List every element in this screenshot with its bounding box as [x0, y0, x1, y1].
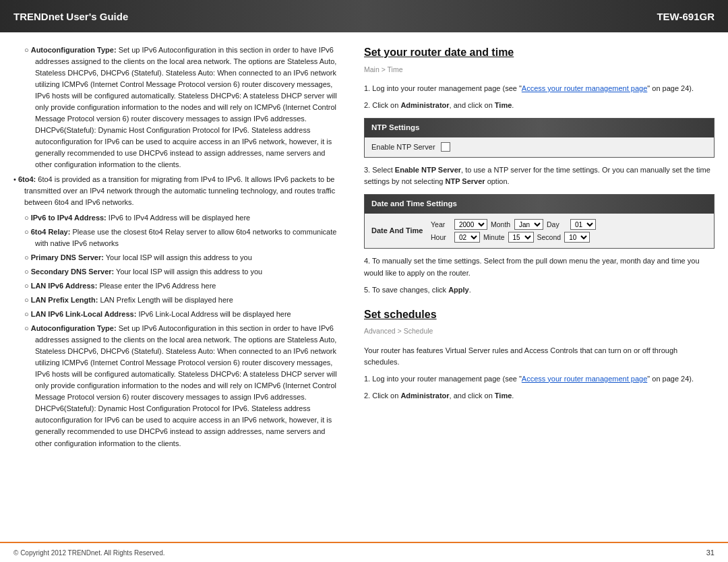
ntp-enable-checkbox[interactable]	[441, 142, 450, 152]
bullet-text: Set up IPv6 Autoconfiguration in this se…	[35, 46, 337, 168]
step2-schedules: 2. Click on Administrator, and click on …	[364, 390, 715, 402]
dt-fields: Year 2000 Month Jan Day 01	[431, 219, 596, 243]
bullet-label: Autoconfiguration Type:	[31, 46, 117, 54]
step3-datetime: 3. Select Enable NTP Server, to use a NT…	[364, 164, 715, 187]
bullet-autoconfiguration-type-2: ○ Autoconfiguration Type: Set up IPv6 Au…	[24, 323, 344, 449]
step1-datetime: 1. Log into your router management page …	[364, 83, 715, 94]
bullet-lan-link-local: ○ LAN IPv6 Link-Local Address: IPv6 Link…	[24, 309, 344, 320]
footer-page-number: 31	[706, 549, 715, 557]
bullet-6to4-label: 6to4:	[18, 175, 36, 183]
dt-row-label: Date And Time	[371, 225, 425, 237]
dt-box-header: Date and Time Settings	[365, 195, 714, 214]
right-column: Set your router date and time Main > Tim…	[364, 44, 715, 524]
dt-box-body: Date And Time Year 2000 Month Jan Day	[365, 214, 714, 249]
dt-row-hms: Hour 02 Minute 15 Second 10	[431, 232, 596, 243]
hour-select[interactable]: 02	[454, 232, 480, 243]
header-model: TEW-691GR	[657, 11, 715, 22]
bullet-6to4-text: 6to4 is provided as a transition for mig…	[24, 175, 335, 206]
section-title-schedules: Set schedules	[364, 307, 715, 323]
dt-row-ymd: Year 2000 Month Jan Day 01	[431, 219, 596, 230]
bullet-ipv6-to-ipv4: ○ IPv6 to IPv4 Address: IPv6 to IPv4 Add…	[24, 212, 344, 224]
day-select[interactable]: 01	[570, 219, 596, 230]
step2-datetime: 2. Click on Administrator, and click on …	[364, 100, 715, 111]
ntp-box-header: NTP Settings	[365, 119, 714, 137]
date-time-settings-box: Date and Time Settings Date And Time Yea…	[364, 194, 715, 249]
section-date-time: Set your router date and time Main > Tim…	[364, 44, 715, 296]
content-wrapper: ○ Autoconfiguration Type: Set up IPv6 Au…	[0, 32, 728, 531]
minute-select[interactable]: 15	[508, 232, 534, 243]
ntp-box-body: Enable NTP Server	[365, 137, 714, 157]
second-select[interactable]: 10	[564, 232, 590, 243]
ntp-settings-box: NTP Settings Enable NTP Server	[364, 118, 715, 158]
breadcrumb-schedules: Advanced > Schedule	[364, 325, 715, 336]
bullet-lan-prefix: ○ LAN Prefix Length: LAN Prefix Length w…	[24, 294, 344, 306]
link-management-page-1[interactable]: Access your router management page	[522, 84, 648, 92]
bullet-autoconfiguration-type-1: ○ Autoconfiguration Type: Set up IPv6 Au…	[24, 44, 344, 171]
step5-datetime: 5. To save changes, click Apply.	[364, 284, 715, 296]
footer-copyright: © Copyright 2012 TRENDnet. All Rights Re…	[13, 549, 165, 557]
step4-datetime: 4. To manually set the time settings. Se…	[364, 255, 715, 278]
section-title-datetime: Set your router date and time	[364, 44, 715, 61]
header-title: TRENDnet User's Guide	[13, 11, 128, 22]
month-select[interactable]: Jan	[514, 219, 543, 230]
page-header: TRENDnet User's Guide TEW-691GR	[0, 0, 728, 32]
bullet-secondary-dns: ○ Secondary DNS Server: Your local ISP w…	[24, 266, 344, 278]
bullet-6to4: • 6to4: 6to4 is provided as a transition…	[13, 174, 344, 208]
link-management-page-2[interactable]: Access your router management page	[522, 375, 648, 383]
ntp-enable-label: Enable NTP Server	[371, 142, 435, 153]
bullet-primary-dns: ○ Primary DNS Server: Your local ISP wil…	[24, 252, 344, 263]
bullet-6to4-relay: ○ 6to4 Relay: Please use the closest 6to…	[24, 226, 344, 249]
left-column: ○ Autoconfiguration Type: Set up IPv6 Au…	[13, 44, 344, 524]
step1-schedules: 1. Log into your router management page …	[364, 373, 715, 385]
page-footer: © Copyright 2012 TRENDnet. All Rights Re…	[0, 542, 728, 562]
breadcrumb-datetime: Main > Time	[364, 64, 715, 75]
year-select[interactable]: 2000	[454, 219, 487, 230]
schedules-intro: Your router has features Virtual Server …	[364, 345, 715, 368]
bullet-lan-ipv6-addr: ○ LAN IPv6 Address: Please enter the IPv…	[24, 280, 344, 292]
section-schedules: Set schedules Advanced > Schedule Your r…	[364, 307, 715, 402]
